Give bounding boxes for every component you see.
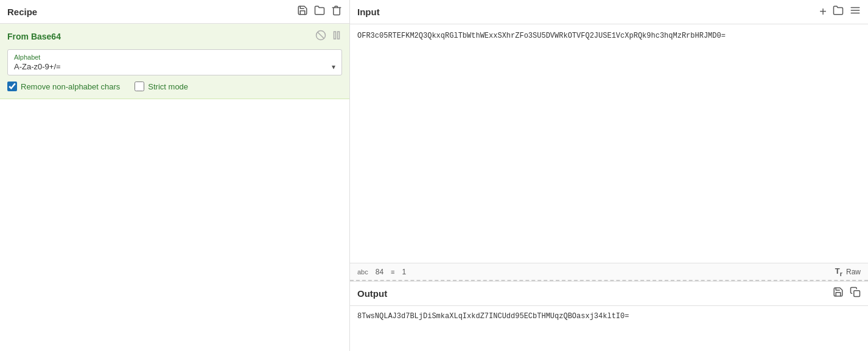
line-count: 1 bbox=[402, 268, 407, 276]
char-count: 84 bbox=[376, 268, 383, 276]
strict-mode-checkbox[interactable] bbox=[135, 82, 144, 91]
recipe-empty-area bbox=[0, 99, 349, 351]
svg-line-1 bbox=[318, 32, 324, 39]
svg-rect-3 bbox=[338, 32, 340, 39]
strict-mode-checkbox-item[interactable]: Strict mode bbox=[135, 82, 188, 91]
recipe-title: Recipe bbox=[7, 7, 37, 17]
operation-name: From Base64 bbox=[7, 32, 61, 41]
line-count-icon: ≡ bbox=[391, 268, 394, 276]
raw-label[interactable]: Raw bbox=[846, 268, 861, 276]
operation-header: From Base64 bbox=[7, 30, 342, 43]
right-panel: Input + OFR3c05RTEFKM2Q3QkxqR bbox=[350, 0, 868, 351]
dropdown-arrow-icon: ▾ bbox=[332, 63, 335, 71]
recipe-actions bbox=[297, 5, 342, 18]
input-section: Input + OFR3c05RTEFKM2Q3QkxqR bbox=[350, 0, 868, 281]
svg-rect-2 bbox=[334, 32, 336, 39]
add-input-button[interactable]: + bbox=[819, 5, 827, 19]
svg-rect-7 bbox=[854, 291, 860, 297]
remove-nonalpha-label: Remove non-alphabet chars bbox=[21, 82, 120, 91]
pause-operation-button[interactable] bbox=[331, 30, 342, 43]
left-panel: Recipe bbox=[0, 0, 350, 351]
strict-mode-label: Strict mode bbox=[148, 82, 188, 91]
output-header: Output bbox=[350, 282, 868, 306]
alphabet-value-row: A-Za-z0-9+/= ▾ bbox=[14, 62, 335, 71]
operation-controls bbox=[315, 30, 342, 43]
disable-operation-button[interactable] bbox=[315, 30, 326, 43]
save-output-button[interactable] bbox=[833, 287, 844, 301]
operation-card: From Base64 Alphabet bbox=[0, 24, 349, 99]
split-input-button[interactable] bbox=[850, 5, 861, 19]
input-value: OFR3c05RTEFKM2Q3QkxqRGlTbWthWExxSXhrZFo3… bbox=[357, 32, 726, 40]
input-header-actions: + bbox=[819, 5, 861, 19]
abc-icon: abc bbox=[357, 268, 368, 276]
copy-output-button[interactable] bbox=[850, 287, 861, 301]
alphabet-value: A-Za-z0-9+/= bbox=[14, 62, 61, 71]
checkbox-row: Remove non-alphabet chars Strict mode bbox=[7, 82, 342, 91]
output-value: 8TwsNQLAJ3d7BLjDiSmkaXLqIxkdZ7INCUdd95EC… bbox=[357, 312, 629, 321]
statusbar-right: Tr Raw bbox=[835, 266, 861, 277]
output-content: 8TwsNQLAJ3d7BLjDiSmkaXLqIxkdZ7INCUdd95EC… bbox=[350, 306, 868, 327]
remove-nonalpha-checkbox[interactable] bbox=[7, 82, 17, 91]
output-section: Output 8TwsNQLAJ3d7BLjDi bbox=[350, 281, 868, 351]
output-actions bbox=[833, 287, 861, 301]
remove-nonalpha-checkbox-item[interactable]: Remove non-alphabet chars bbox=[7, 82, 120, 91]
open-file-button[interactable] bbox=[833, 5, 844, 19]
input-content[interactable]: OFR3c05RTEFKM2Q3QkxqRGlTbWthWExxSXhrZFo3… bbox=[350, 24, 868, 263]
output-title: Output bbox=[357, 288, 387, 299]
type-icon[interactable]: Tr bbox=[835, 266, 842, 277]
save-recipe-button[interactable] bbox=[297, 5, 308, 18]
delete-recipe-button[interactable] bbox=[331, 5, 342, 18]
input-header: Input + bbox=[350, 0, 868, 24]
input-statusbar: abc 84 ≡ 1 Tr Raw bbox=[350, 263, 868, 281]
alphabet-dropdown[interactable]: Alphabet A-Za-z0-9+/= ▾ bbox=[7, 49, 342, 75]
alphabet-label: Alphabet bbox=[14, 54, 335, 61]
open-recipe-button[interactable] bbox=[314, 5, 325, 18]
recipe-header: Recipe bbox=[0, 0, 349, 24]
input-title: Input bbox=[357, 7, 380, 17]
statusbar-left: abc 84 ≡ 1 bbox=[357, 268, 406, 276]
